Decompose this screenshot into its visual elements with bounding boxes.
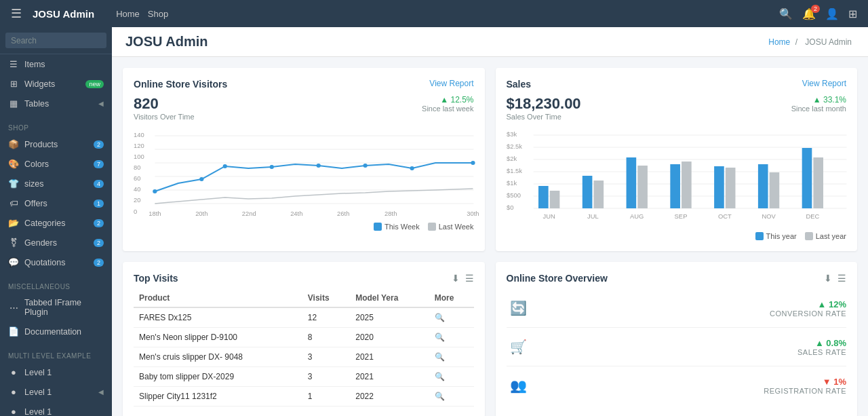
- cell-more: 🔍: [429, 347, 474, 367]
- sidebar-item-quotations[interactable]: 💬 Quotations 2: [0, 252, 112, 272]
- main-content: Online Store Visitors View Report 820 Vi…: [112, 57, 868, 416]
- overview-title: Online Store Overview: [507, 273, 608, 284]
- svg-text:$0: $0: [507, 204, 513, 211]
- cell-model-year: 2022: [350, 387, 429, 406]
- cell-more: 🔍: [429, 328, 474, 347]
- overview-actions: ⬇ ☰: [824, 273, 846, 284]
- sidebar-item-sizes[interactable]: 👕 sizes 4: [0, 174, 112, 193]
- nav-shop[interactable]: Shop: [148, 9, 168, 19]
- overview-metric-details: ▲ 12% CONVERSION RATE: [539, 299, 847, 318]
- cell-visits: 12: [302, 307, 350, 328]
- sales-view-report[interactable]: View Report: [802, 79, 846, 88]
- sidebar-label-tables: Tables: [24, 99, 93, 109]
- svg-rect-56: [813, 157, 823, 208]
- svg-rect-47: [626, 157, 636, 208]
- overview-metric-item: 👥 ▼ 1% REGISTRATION RATE: [507, 366, 847, 404]
- sidebar-label-widgets: Widgets: [24, 79, 80, 89]
- layout: 🔍 ☰ Items ⊞ Widgets new ▦ Tables ◀ SHOP …: [0, 27, 868, 416]
- sidebar-item-genders[interactable]: ⚧ Genders 2: [0, 233, 112, 252]
- svg-text:140: 140: [134, 132, 144, 138]
- svg-text:$500: $500: [507, 192, 521, 199]
- visitors-sub: Visitors Over Time: [134, 113, 195, 121]
- svg-rect-48: [637, 166, 648, 208]
- legend-this-week: This Week: [374, 223, 420, 231]
- sidebar-item-iframe[interactable]: ⋯ Tabbed IFrame Plugin: [0, 293, 112, 322]
- col-more: More: [429, 289, 474, 307]
- visitors-title: Online Store Visitors: [134, 79, 227, 90]
- visitors-legend: This Week Last Week: [134, 223, 474, 231]
- overview-metrics-list: 🔄 ▲ 12% CONVERSION RATE 🛒 ▲ 0.8% SALES R…: [507, 289, 847, 404]
- sidebar-item-widgets[interactable]: ⊞ Widgets new: [0, 74, 112, 94]
- svg-text:NOV: NOV: [762, 213, 776, 220]
- cell-more: 🔍: [429, 387, 474, 406]
- topbar-icons: 🔍 🔔2 👤 ⊞: [779, 7, 857, 20]
- sales-title: Sales: [507, 79, 532, 90]
- svg-rect-46: [593, 181, 604, 208]
- row-search-icon[interactable]: 🔍: [435, 333, 445, 342]
- sidebar-item-tables[interactable]: ▦ Tables ◀: [0, 94, 112, 113]
- genders-icon: ⚧: [8, 238, 19, 248]
- breadcrumb-home[interactable]: Home: [768, 37, 790, 47]
- menu-icon[interactable]: ☰: [465, 273, 474, 284]
- svg-text:60: 60: [134, 175, 140, 182]
- overview-metric-item: 🔄 ▲ 12% CONVERSION RATE: [507, 289, 847, 328]
- table-row: Baby tom slipper DX-2029 3 2021 🔍: [134, 367, 474, 387]
- level1c-icon: ●: [8, 406, 19, 416]
- tables-icon: ▦: [8, 98, 19, 109]
- legend-label-this-week: This Week: [384, 223, 420, 231]
- sidebar-item-offers[interactable]: 🏷 Offers 1: [0, 193, 112, 213]
- svg-rect-51: [714, 166, 724, 208]
- svg-text:$3k: $3k: [507, 131, 517, 138]
- svg-rect-54: [769, 172, 779, 208]
- page-title: JOSU Admin: [125, 34, 208, 50]
- sidebar-item-items[interactable]: ☰ Items: [0, 54, 112, 74]
- sidebar-label-colors: Colors: [24, 159, 88, 169]
- nav-home[interactable]: Home: [116, 9, 140, 19]
- grid-icon[interactable]: ⊞: [848, 7, 857, 20]
- row-search-icon[interactable]: 🔍: [435, 372, 445, 381]
- search-input[interactable]: [11, 36, 112, 45]
- sidebar-item-docs[interactable]: 📄 Documentation: [0, 322, 112, 341]
- offers-icon: 🏷: [8, 198, 19, 208]
- hamburger-icon[interactable]: ☰: [11, 6, 22, 21]
- overview-menu-icon[interactable]: ☰: [837, 273, 846, 284]
- download-icon[interactable]: ⬇: [452, 273, 460, 284]
- col-model-year: Model Yera: [350, 289, 429, 307]
- overview-metric-label: CONVERSION RATE: [539, 309, 847, 318]
- sidebar-label-sizes: sizes: [24, 179, 88, 189]
- sidebar-group-misc: MISCELLANEOUS: [0, 278, 112, 293]
- svg-point-21: [471, 161, 475, 165]
- colors-icon: 🎨: [8, 159, 19, 169]
- sidebar-group-multilevel: MULTI LEVEL EXAMPLE: [0, 347, 112, 362]
- user-icon[interactable]: 👤: [825, 7, 839, 20]
- row-search-icon[interactable]: 🔍: [435, 352, 445, 362]
- top-visits-title: Top Visits: [134, 273, 178, 284]
- svg-text:0: 0: [134, 208, 137, 215]
- legend-dot-last-year: [805, 232, 813, 240]
- visitors-value: 820: [134, 95, 195, 113]
- table-row: FARES Dx125 12 2025 🔍: [134, 307, 474, 328]
- top-visits-actions: ⬇ ☰: [452, 273, 474, 284]
- row-search-icon[interactable]: 🔍: [435, 313, 445, 322]
- bell-icon[interactable]: 🔔2: [802, 7, 816, 20]
- row-search-icon[interactable]: 🔍: [435, 392, 445, 401]
- main-header: JOSU Admin Home / JOSU Admin: [112, 27, 868, 57]
- sidebar-item-colors[interactable]: 🎨 Colors 7: [0, 154, 112, 174]
- search-icon[interactable]: 🔍: [779, 7, 793, 20]
- overview-download-icon[interactable]: ⬇: [824, 273, 832, 284]
- svg-text:JUL: JUL: [587, 213, 599, 220]
- sidebar-item-level1-b[interactable]: ● Level 1 ◀: [0, 382, 112, 402]
- cell-product: Slipper City11 1231f2: [134, 387, 302, 406]
- table-row: Men's Neon slipper D-9100 8 2020 🔍: [134, 328, 474, 347]
- sidebar-item-products[interactable]: 📦 Products 2: [0, 134, 112, 154]
- sidebar-item-categories[interactable]: 📂 Categories 2: [0, 213, 112, 233]
- visitors-view-report[interactable]: View Report: [429, 79, 473, 88]
- cell-visits: 8: [302, 328, 350, 347]
- svg-text:JUN: JUN: [542, 213, 555, 220]
- sidebar-item-level1-a[interactable]: ● Level 1: [0, 362, 112, 382]
- sidebar-item-level1-c[interactable]: ● Level 1: [0, 402, 112, 416]
- quotations-icon: 💬: [8, 257, 19, 267]
- svg-text:OCT: OCT: [717, 213, 731, 220]
- sidebar-label-offers: Offers: [24, 199, 88, 208]
- svg-text:22nd: 22nd: [242, 210, 256, 217]
